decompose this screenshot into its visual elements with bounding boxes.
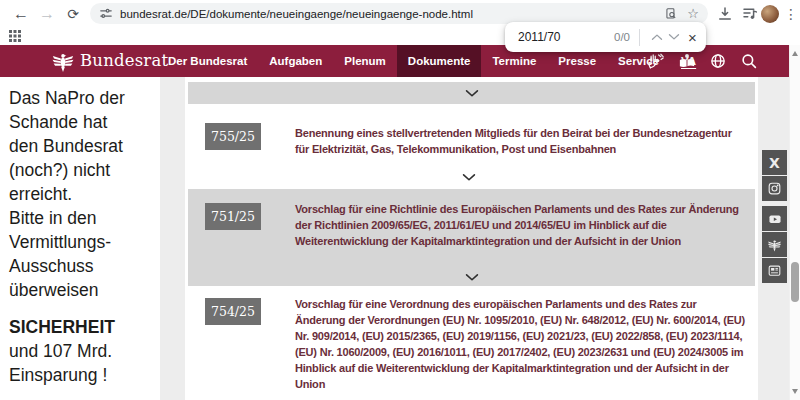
annotation-line: Bitte in den bbox=[9, 206, 161, 230]
bundesadler-icon[interactable] bbox=[762, 232, 787, 257]
divider bbox=[639, 29, 640, 46]
expand-chevron[interactable] bbox=[188, 273, 755, 282]
annotation-line-bold: SICHERHEIT bbox=[9, 315, 161, 339]
youtube-icon[interactable] bbox=[762, 206, 787, 231]
forward-icon[interactable]: → bbox=[36, 2, 58, 26]
apps-grid-icon[interactable] bbox=[9, 30, 21, 42]
easy-language-icon[interactable] bbox=[678, 52, 696, 70]
social-sidebar: X bbox=[762, 150, 787, 283]
url-bar[interactable]: bundesrat.de/DE/dokumente/neueingaenge/n… bbox=[90, 3, 708, 24]
annotation-line: Vermittlungs- bbox=[9, 230, 161, 254]
browser-menu-icon[interactable]: ⋮ bbox=[783, 2, 799, 26]
search-icon[interactable] bbox=[740, 52, 758, 70]
collapsed-item-bar[interactable] bbox=[188, 82, 755, 104]
url-text[interactable]: bundesrat.de/DE/dokumente/neueingaenge/n… bbox=[120, 8, 664, 20]
scrollbar-thumb[interactable] bbox=[791, 262, 799, 302]
document-number-badge[interactable]: 755/25 bbox=[205, 123, 261, 150]
news-icon[interactable] bbox=[762, 258, 787, 283]
bookmark-star-icon[interactable]: ☆ bbox=[687, 3, 699, 24]
download-icon[interactable] bbox=[716, 5, 734, 23]
document-list: 755/25 Benennung eines stellvertretenden… bbox=[185, 77, 758, 400]
annotation-line: Ausschuss bbox=[9, 254, 161, 278]
nav-item-plenum[interactable]: Plenum bbox=[333, 45, 397, 77]
expand-chevron[interactable] bbox=[185, 169, 752, 185]
document-number-badge[interactable]: 751/25 bbox=[205, 203, 261, 230]
x-twitter-icon[interactable]: X bbox=[762, 150, 787, 175]
nav-item-aufgaben[interactable]: Aufgaben bbox=[258, 45, 333, 77]
chevron-down-icon[interactable] bbox=[464, 89, 480, 98]
back-icon[interactable]: ← bbox=[10, 2, 32, 26]
document-title[interactable]: Vorschlag für eine Richtlinie des Europä… bbox=[295, 201, 747, 249]
annotation-spacer bbox=[9, 302, 161, 315]
bundesadler-logo-icon[interactable] bbox=[51, 50, 75, 73]
nav-item-dokumente[interactable]: Dokumente bbox=[397, 45, 482, 77]
chevron-down-icon[interactable] bbox=[461, 173, 477, 182]
annotation-line: überweisen bbox=[9, 278, 161, 302]
chevron-down-icon[interactable] bbox=[464, 273, 480, 282]
nav-item-der-bundesrat[interactable]: Der Bundesrat bbox=[157, 45, 258, 77]
site-wordmark[interactable]: Bundesrat bbox=[80, 45, 168, 77]
reload-icon[interactable]: ⟳ bbox=[62, 2, 84, 26]
document-row-selected[interactable]: 751/25 Vorschlag für eine Richtlinie des… bbox=[188, 189, 755, 286]
sign-language-icon[interactable] bbox=[647, 52, 665, 70]
profile-avatar[interactable] bbox=[761, 5, 779, 23]
instagram-icon[interactable] bbox=[762, 176, 787, 201]
annotation-line: Einsparung ! bbox=[9, 363, 161, 387]
scrollbar-down-icon[interactable] bbox=[792, 389, 798, 394]
document-title[interactable]: Vorschlag für eine Verordnung des europä… bbox=[295, 296, 747, 392]
document-title[interactable]: Benennung eines stellvertretenden Mitgli… bbox=[295, 125, 747, 157]
scrollbar[interactable] bbox=[789, 45, 800, 400]
annotation-line: Das NaPro der bbox=[9, 86, 161, 110]
annotation-line: Schande hat bbox=[9, 110, 161, 134]
find-in-page-bar: 0/0 × bbox=[505, 22, 706, 52]
annotation-line: und 107 Mrd. bbox=[9, 339, 161, 363]
media-controls-icon[interactable] bbox=[741, 5, 759, 23]
close-icon[interactable]: × bbox=[684, 29, 701, 46]
globe-icon[interactable] bbox=[709, 52, 727, 70]
page-search-icon[interactable] bbox=[664, 7, 678, 21]
annotation-line: (noch?) nicht bbox=[9, 158, 161, 182]
site-settings-icon[interactable] bbox=[99, 7, 113, 21]
document-number-badge[interactable]: 754/25 bbox=[205, 298, 261, 325]
find-previous-button[interactable] bbox=[648, 29, 665, 46]
find-input[interactable] bbox=[518, 30, 596, 44]
annotation-line: den Bundesrat bbox=[9, 134, 161, 158]
annotation-line: erreicht. bbox=[9, 182, 161, 206]
annotation-text: Das NaPro der Schande hat den Bundesrat … bbox=[9, 86, 161, 387]
find-match-count: 0/0 bbox=[614, 31, 630, 43]
scrollbar-up-icon[interactable] bbox=[792, 51, 798, 56]
find-next-button[interactable] bbox=[665, 29, 682, 46]
